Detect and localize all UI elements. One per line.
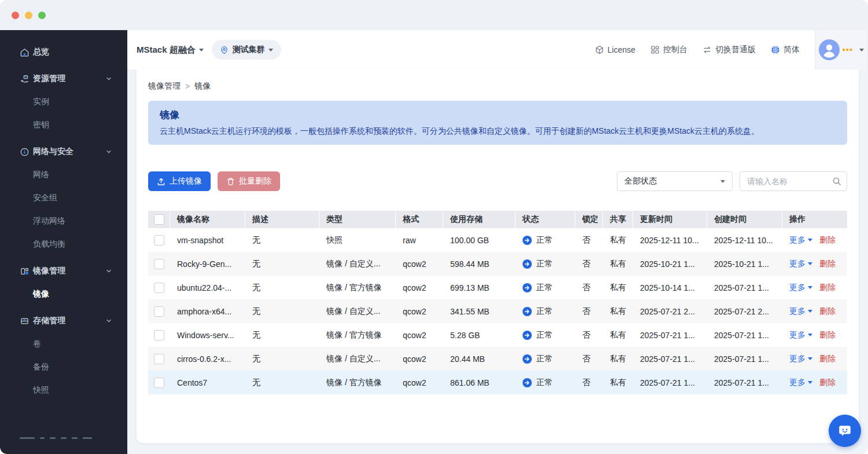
user-menu[interactable]: ••• [815,30,868,69]
sidebar-item-backups[interactable]: 备份 [0,356,127,379]
row-checkbox[interactable] [154,235,164,246]
delete-link[interactable]: 删除 [819,283,836,293]
delete-link[interactable]: 删除 [819,378,836,388]
image-locked: 否 [575,306,603,317]
more-actions-link[interactable]: 更多 [789,378,812,388]
row-actions: 更多删除 [782,259,847,269]
row-checkbox-cell [148,259,170,269]
row-checkbox-cell [148,235,170,246]
support-chat-button[interactable] [829,415,861,447]
table-body: vm-snapshot无快照raw100.00 GB正常否私有2025-12-1… [148,228,847,394]
more-actions-label: 更多 [789,259,806,269]
search-icon[interactable] [832,177,841,186]
image-status: 正常 [516,283,575,293]
image-name: Centos7 [170,378,245,387]
sidebar-item-networks[interactable]: 网络 [0,163,127,186]
table-row: vm-snapshot无快照raw100.00 GB正常否私有2025-12-1… [148,228,847,252]
select-all-checkbox[interactable] [154,214,164,225]
more-actions-label: 更多 [789,354,806,364]
sidebar-item-floating-networks[interactable]: 浮动网络 [0,210,127,233]
more-actions-link[interactable]: 更多 [789,354,812,364]
status-normal-icon [523,354,532,364]
search-input[interactable] [740,171,847,191]
sidebar-item-overview[interactable]: 总览 [0,41,127,64]
window-titlebar [0,0,868,30]
resource-icon [20,74,30,84]
row-checkbox[interactable] [154,306,164,317]
delete-link[interactable]: 删除 [819,354,836,364]
image-description: 无 [245,283,319,293]
sidebar-item-keys[interactable]: 密钥 [0,114,127,137]
sidebar-item-volumes[interactable]: 卷 [0,332,127,356]
sidebar-item-load-balancer[interactable]: 负载均衡 [0,233,127,256]
more-actions-link[interactable]: 更多 [789,330,812,340]
header-actions: License控制台切换普通版简体 ••• [595,30,868,69]
more-actions-link[interactable]: 更多 [789,306,812,317]
more-actions-link[interactable]: 更多 [789,259,812,269]
image-icon [20,266,30,276]
upload-image-button[interactable]: 上传镜像 [148,171,211,191]
header-link-console[interactable]: 控制台 [650,45,687,55]
sidebar-item-image-mgmt[interactable]: 镜像管理 [0,259,127,283]
image-name: vm-snapshot [170,236,245,245]
image-created-time: 2025-10-21 1... [707,259,782,269]
ellipsis-icon: ••• [843,47,854,53]
cluster-label: 测试集群 [233,45,265,55]
image-updated-time: 2025-07-21 1... [633,378,707,387]
row-checkbox[interactable] [154,259,164,269]
row-actions: 更多删除 [782,378,847,388]
header-link-locale[interactable]: 简体 [771,45,800,55]
header-link-switch-normal[interactable]: 切换普通版 [703,45,756,55]
delete-link[interactable]: 删除 [819,235,836,246]
more-actions-link[interactable]: 更多 [789,283,812,293]
sidebar-item-storage-mgmt[interactable]: 存储管理 [0,309,127,332]
status-normal-icon [523,283,532,292]
status-normal-icon [523,259,532,269]
batch-delete-button[interactable]: 批量删除 [218,171,280,191]
minimize-window-button[interactable] [25,12,32,19]
row-checkbox[interactable] [154,354,164,364]
image-updated-time: 2025-10-14 1... [633,283,707,292]
chevron-down-icon [808,381,812,384]
column-header: 更新时间 [633,211,707,228]
delete-link[interactable]: 删除 [819,306,836,317]
breadcrumb-separator: > [185,82,190,91]
image-type: 镜像 / 自定义... [319,306,396,317]
sidebar-item-label: 密钥 [33,120,49,130]
sidebar-item-resource-mgmt[interactable]: 资源管理 [0,67,127,90]
image-locked: 否 [575,378,603,388]
row-checkbox[interactable] [154,330,164,340]
header-link-label: 简体 [784,45,800,55]
chevron-down-icon [808,334,812,336]
delete-link[interactable]: 删除 [819,259,836,269]
column-header: 状态 [516,211,575,228]
row-checkbox-cell [148,330,170,340]
breadcrumb-parent[interactable]: 镜像管理 [148,81,181,91]
batch-delete-label: 批量删除 [239,176,271,186]
sidebar-item-security-groups[interactable]: 安全组 [0,186,127,210]
more-actions-link[interactable]: 更多 [789,235,812,246]
status-label: 正常 [536,306,553,317]
image-storage: 598.44 MB [443,259,516,269]
sidebar-item-clipped[interactable] [20,437,92,439]
image-updated-time: 2025-12-11 10... [633,236,707,245]
sidebar-item-network-security[interactable]: 网络与安全 [0,140,127,163]
sidebar-item-instances[interactable]: 实例 [0,90,127,114]
row-checkbox[interactable] [154,283,164,293]
sidebar-item-snapshots[interactable]: 快照 [0,379,127,402]
zoom-window-button[interactable] [38,12,46,19]
delete-link[interactable]: 删除 [819,330,836,340]
row-checkbox[interactable] [154,378,164,388]
trash-icon [226,177,235,186]
brand-switcher[interactable]: MStack 超融合 [137,45,204,56]
cluster-selector[interactable]: 测试集群 [212,40,281,60]
sidebar-item-images[interactable]: 镜像 [0,283,127,306]
header-link-license[interactable]: License [595,45,635,54]
status-filter-select[interactable]: 全部状态 [617,171,733,191]
sidebar-item-label: 总览 [33,47,49,57]
row-checkbox-cell [148,306,170,317]
close-window-button[interactable] [12,12,19,19]
column-header: 类型 [319,211,396,228]
chevron-down-icon [808,262,812,265]
page-description: 云主机MStack云主机运行环境的模板，一般包括操作系统和预装的软件。可分为公共… [160,126,836,137]
